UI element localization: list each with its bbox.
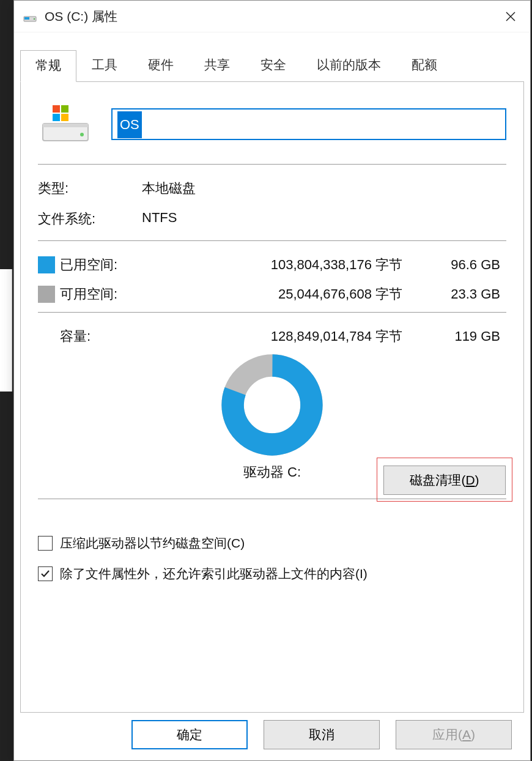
drive-name-input[interactable]: OS <box>111 108 506 140</box>
divider <box>38 312 506 313</box>
capacity-bytes: 128,849,014,784 字节 <box>158 327 415 346</box>
tab-security[interactable]: 安全 <box>245 50 301 81</box>
free-color-swatch <box>38 286 55 303</box>
type-value: 本地磁盘 <box>142 179 506 198</box>
cleanup-label-prefix: 磁盘清理( <box>410 473 465 487</box>
background-window-edge <box>0 269 12 392</box>
used-bytes: 103,804,338,176 字节 <box>158 256 415 274</box>
tab-quota[interactable]: 配额 <box>396 50 453 81</box>
free-bytes: 25,044,676,608 字节 <box>158 285 415 303</box>
index-label: 除了文件属性外，还允许索引此驱动器上文件的内容(I) <box>60 565 368 582</box>
apply-label-suffix: ) <box>471 727 475 741</box>
drive-icon <box>23 9 37 24</box>
check-icon <box>40 568 51 579</box>
free-label: 可用空间: <box>60 285 158 303</box>
tabbar: 常规 工具 硬件 共享 安全 以前的版本 配额 <box>20 50 530 81</box>
cleanup-label-suffix: ) <box>475 473 479 487</box>
close-button[interactable] <box>496 1 525 32</box>
free-gb: 23.3 GB <box>415 286 506 302</box>
svg-point-2 <box>34 18 35 19</box>
cancel-button[interactable]: 取消 <box>264 720 380 749</box>
ok-button[interactable]: 确定 <box>131 720 248 749</box>
svg-rect-8 <box>53 114 60 121</box>
dialog-footer: 确定 取消 应用(A) <box>14 720 530 749</box>
filesystem-value: NTFS <box>142 210 506 228</box>
drive-name-selection: OS <box>117 111 142 138</box>
titlebar: OS (C:) 属性 <box>14 1 530 32</box>
close-icon <box>505 11 516 22</box>
svg-rect-1 <box>24 17 29 20</box>
type-label: 类型: <box>38 179 142 198</box>
used-gb: 96.6 GB <box>415 257 506 273</box>
svg-rect-6 <box>53 105 60 113</box>
apply-label-prefix: 应用( <box>432 727 462 741</box>
properties-dialog: OS (C:) 属性 常规 工具 硬件 共享 安全 以前的版本 配额 <box>13 0 531 761</box>
tab-panel-general: OS 类型: 本地磁盘 文件系统: NTFS 已用空间: 103,804,338… <box>20 81 524 713</box>
used-label: 已用空间: <box>60 256 158 274</box>
usage-donut-chart <box>220 353 324 457</box>
capacity-label: 容量: <box>60 327 158 346</box>
disk-cleanup-button[interactable]: 磁盘清理(D) <box>383 466 506 495</box>
filesystem-label: 文件系统: <box>38 210 142 228</box>
divider <box>38 240 506 241</box>
drive-caption: 驱动器 C: <box>243 463 301 481</box>
apply-button[interactable]: 应用(A) <box>396 720 512 749</box>
drive-large-icon <box>38 103 93 146</box>
svg-point-5 <box>80 133 84 136</box>
tab-previous[interactable]: 以前的版本 <box>301 50 396 81</box>
tab-general[interactable]: 常规 <box>20 50 76 82</box>
svg-rect-7 <box>61 105 68 113</box>
svg-rect-9 <box>61 114 68 121</box>
tab-hardware[interactable]: 硬件 <box>133 50 189 81</box>
tab-sharing[interactable]: 共享 <box>189 50 245 81</box>
cleanup-highlight: 磁盘清理(D) <box>377 458 512 502</box>
window-title: OS (C:) 属性 <box>45 8 496 25</box>
divider <box>38 164 506 165</box>
capacity-gb: 119 GB <box>415 329 506 344</box>
apply-hotkey: A <box>462 727 471 741</box>
compress-checkbox[interactable] <box>38 536 53 551</box>
compress-label: 压缩此驱动器以节约磁盘空间(C) <box>60 535 245 552</box>
svg-rect-4 <box>43 124 88 127</box>
used-color-swatch <box>38 256 55 273</box>
cleanup-hotkey: D <box>465 473 475 487</box>
index-checkbox[interactable] <box>38 566 53 581</box>
tab-tools[interactable]: 工具 <box>76 50 133 81</box>
